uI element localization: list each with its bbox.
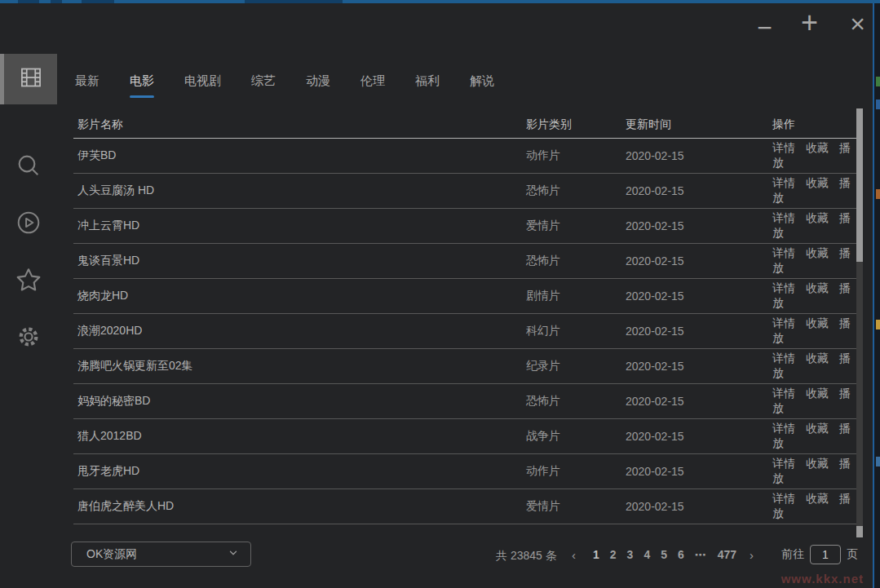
movie-category: 爱情片: [526, 219, 626, 233]
goto-page-input[interactable]: [810, 545, 841, 564]
background-window-right-edge: [873, 3, 880, 588]
movie-name: 猎人2012BD: [77, 429, 526, 444]
sidebar-item-favorites[interactable]: [0, 263, 57, 300]
movie-name: 伊芙BD: [77, 148, 526, 163]
page-list: 123456⋯477: [593, 548, 736, 561]
table-row: 甩牙老虎HD动作片2020-02-15详情收藏播放: [73, 454, 856, 489]
table-row: 唐伯虎之醉美人HD爱情片2020-02-15详情收藏播放: [73, 489, 856, 524]
sidebar-item-player[interactable]: [0, 206, 57, 243]
action-favorite-link[interactable]: 收藏: [806, 246, 829, 259]
next-page-button[interactable]: ›: [750, 548, 754, 562]
movie-name: 人头豆腐汤 HD: [77, 183, 526, 198]
movie-name: 沸腾吧火锅更新至02集: [77, 359, 526, 374]
action-favorite-link[interactable]: 收藏: [806, 422, 829, 435]
movie-name: 唐伯虎之醉美人HD: [77, 499, 526, 514]
movie-updated: 2020-02-15: [626, 465, 772, 478]
movie-updated: 2020-02-15: [626, 184, 772, 197]
action-favorite-link[interactable]: 收藏: [806, 351, 829, 365]
minimize-button[interactable]: −: [757, 15, 772, 41]
movie-category: 爱情片: [526, 499, 626, 514]
column-header-updated: 更新时间: [626, 117, 772, 132]
chevron-down-icon: [228, 547, 239, 561]
row-actions: 详情收藏播放: [772, 387, 856, 416]
sidebar-item-search[interactable]: [0, 148, 57, 186]
tab-tv[interactable]: 电视剧: [184, 73, 221, 98]
action-detail-link[interactable]: 详情: [772, 316, 795, 329]
film-grid-icon: [19, 66, 43, 92]
action-favorite-link[interactable]: 收藏: [806, 492, 829, 505]
movie-name: 烧肉龙HD: [77, 289, 526, 303]
movie-updated: 2020-02-15: [626, 219, 772, 232]
action-detail-link[interactable]: 详情: [772, 176, 795, 189]
sidebar-item-settings[interactable]: [0, 320, 57, 357]
movie-category: 恐怖片: [526, 183, 626, 198]
movie-category: 动作片: [526, 148, 626, 163]
table-body: 伊芙BD动作片2020-02-15详情收藏播放人头豆腐汤 HD恐怖片2020-0…: [73, 139, 856, 524]
total-count: 共 23845 条: [496, 549, 557, 564]
page-button-477[interactable]: 477: [718, 548, 736, 561]
close-button[interactable]: ×: [850, 11, 865, 37]
movie-name: 浪潮2020HD: [77, 324, 526, 338]
page-button-4[interactable]: 4: [643, 548, 650, 561]
movie-category: 战争片: [526, 429, 626, 444]
action-favorite-link[interactable]: 收藏: [806, 176, 829, 189]
movie-updated: 2020-02-15: [626, 254, 772, 267]
column-header-name: 影片名称: [77, 117, 526, 132]
row-actions: 详情收藏播放: [772, 316, 856, 346]
scrollbar-thumb[interactable]: [856, 108, 863, 262]
action-detail-link[interactable]: 详情: [772, 422, 795, 435]
sidebar-item-library[interactable]: [0, 54, 57, 104]
page-button-2[interactable]: 2: [610, 548, 617, 561]
action-detail-link[interactable]: 详情: [772, 246, 795, 259]
action-favorite-link[interactable]: 收藏: [806, 457, 829, 470]
page-button-6[interactable]: 6: [678, 548, 684, 561]
action-detail-link[interactable]: 详情: [772, 281, 795, 294]
row-actions: 详情收藏播放: [772, 492, 856, 521]
tab-anime[interactable]: 动漫: [306, 73, 330, 98]
goto-label: 前往: [781, 547, 804, 562]
table-row: 猎人2012BD战争片2020-02-15详情收藏播放: [73, 419, 856, 454]
action-favorite-link[interactable]: 收藏: [806, 316, 829, 329]
action-detail-link[interactable]: 详情: [772, 457, 795, 470]
maximize-button[interactable]: +: [801, 8, 818, 38]
page-button-1[interactable]: 1: [593, 548, 599, 561]
movie-updated: 2020-02-15: [626, 325, 772, 338]
row-actions: 详情收藏播放: [772, 211, 856, 241]
table-row: 冲上云霄HD爱情片2020-02-15详情收藏播放: [73, 209, 856, 244]
action-favorite-link[interactable]: 收藏: [806, 281, 829, 294]
source-select[interactable]: OK资源网: [71, 542, 251, 567]
goto-page: 前往 页: [781, 545, 858, 564]
movie-category: 纪录片: [526, 359, 626, 374]
row-actions: 详情收藏播放: [772, 141, 856, 170]
page-button-5[interactable]: 5: [661, 548, 667, 561]
table-row: 人头豆腐汤 HD恐怖片2020-02-15详情收藏播放: [73, 174, 856, 209]
action-detail-link[interactable]: 详情: [772, 387, 795, 400]
action-favorite-link[interactable]: 收藏: [806, 211, 829, 224]
action-favorite-link[interactable]: 收藏: [806, 141, 829, 154]
action-detail-link[interactable]: 详情: [772, 141, 795, 154]
tab-variety[interactable]: 综艺: [251, 73, 276, 98]
movie-updated: 2020-02-15: [626, 360, 772, 373]
movie-name: 甩牙老虎HD: [77, 464, 526, 479]
star-icon: [15, 266, 42, 297]
page-button-3[interactable]: 3: [627, 548, 634, 561]
row-actions: 详情收藏播放: [772, 281, 856, 311]
action-favorite-link[interactable]: 收藏: [806, 387, 829, 400]
tab-comment[interactable]: 解说: [470, 73, 494, 98]
vertical-scrollbar[interactable]: [856, 108, 863, 537]
movie-updated: 2020-02-15: [626, 290, 772, 303]
action-detail-link[interactable]: 详情: [772, 351, 795, 365]
tab-bar: 最新电影电视剧综艺动漫伦理福利解说: [75, 73, 494, 98]
tab-latest[interactable]: 最新: [75, 73, 99, 98]
tab-ethics[interactable]: 伦理: [360, 73, 385, 98]
movie-name: 鬼谈百景HD: [77, 254, 526, 268]
action-detail-link[interactable]: 详情: [772, 211, 795, 224]
table-row: 伊芙BD动作片2020-02-15详情收藏播放: [73, 139, 856, 174]
tab-movie[interactable]: 电影: [130, 73, 154, 98]
action-detail-link[interactable]: 详情: [772, 492, 795, 505]
tab-welfare[interactable]: 福利: [415, 73, 440, 98]
movie-updated: 2020-02-15: [626, 395, 772, 408]
movie-category: 剧情片: [526, 289, 626, 303]
prev-page-button[interactable]: ‹: [572, 548, 576, 562]
movie-updated: 2020-02-15: [626, 430, 772, 443]
